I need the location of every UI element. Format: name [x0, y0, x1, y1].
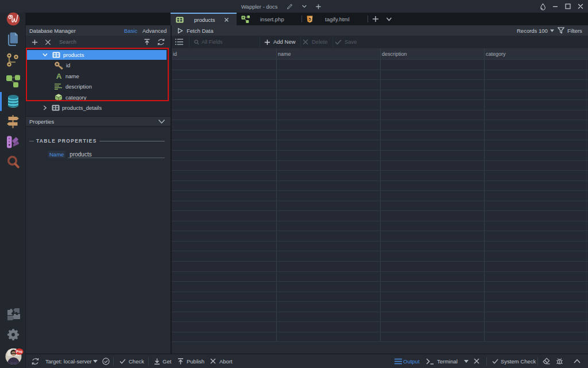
- svg-text:5: 5: [308, 17, 311, 22]
- svg-text:Pro: Pro: [16, 350, 22, 354]
